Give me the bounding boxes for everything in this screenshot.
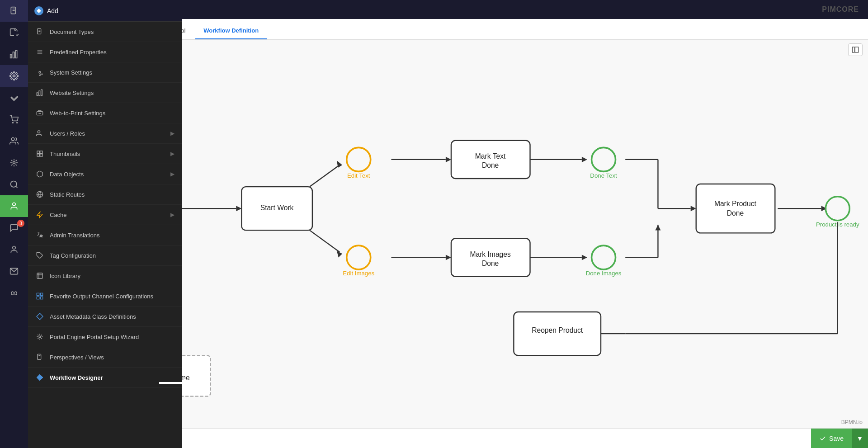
sidebar-icon-analytics[interactable] xyxy=(0,43,28,65)
svg-marker-94 xyxy=(37,374,43,381)
menu-label-document-types: Document Types xyxy=(50,28,94,35)
portal-engine-icon xyxy=(35,332,44,341)
menu-item-system-settings[interactable]: System Settings xyxy=(28,62,182,83)
sidebar-icon-search[interactable] xyxy=(0,174,28,195)
svg-line-34 xyxy=(310,230,340,252)
menu-item-favorite-output[interactable]: Favorite Output Channel Configurations xyxy=(28,286,182,307)
svg-rect-85 xyxy=(37,273,42,278)
collapse-button[interactable] xyxy=(848,43,863,56)
mark-text-done-label1: Mark Text xyxy=(475,152,506,160)
svg-point-9 xyxy=(11,138,14,141)
menu-label-thumbnails: Thumbnails xyxy=(50,151,80,157)
svg-line-12 xyxy=(16,186,18,188)
svg-marker-39 xyxy=(582,157,587,162)
svg-point-70 xyxy=(39,71,41,73)
save-dropdown-button[interactable]: ▼ xyxy=(852,429,868,448)
perspectives-icon xyxy=(35,353,44,362)
svg-marker-45 xyxy=(446,255,451,260)
sidebar-icon-asset[interactable] xyxy=(0,22,28,43)
sidebar-icon-profile[interactable] xyxy=(0,195,28,217)
svg-rect-89 xyxy=(40,297,42,299)
svg-rect-73 xyxy=(41,90,42,95)
sidebar-icon-person2[interactable] xyxy=(0,239,28,260)
save-label: Save xyxy=(829,435,844,442)
sidebar-icon-messages[interactable] xyxy=(0,260,28,282)
website-settings-icon xyxy=(35,88,44,97)
menu-item-thumbnails[interactable]: Thumbnails ▶ xyxy=(28,144,182,164)
sidebar-icon-users[interactable] xyxy=(0,130,28,152)
thumbnails-arrow: ▶ xyxy=(170,151,175,157)
svg-point-91 xyxy=(39,336,41,338)
save-button[interactable]: Save xyxy=(811,429,852,448)
menu-item-cache[interactable]: Cache ▶ xyxy=(28,205,182,225)
svg-rect-5 xyxy=(15,51,17,58)
mark-product-done-node[interactable] xyxy=(696,184,775,233)
menu-item-web-to-print[interactable]: Web-to-Print Settings xyxy=(28,103,182,123)
menu-item-asset-metadata[interactable]: Asset Metadata Class Definitions xyxy=(28,307,182,327)
sidebar-icon-chat[interactable] xyxy=(0,217,28,239)
menu-item-static-routes[interactable]: Static Routes xyxy=(28,184,182,205)
document-types-icon xyxy=(35,27,44,36)
edit-text-node[interactable] xyxy=(347,147,371,171)
cache-arrow: ▶ xyxy=(170,212,175,218)
svg-point-13 xyxy=(13,203,16,206)
menu-label-tag-configuration: Tag Configuration xyxy=(50,252,96,259)
sidebar-icon-marketing[interactable] xyxy=(0,87,28,108)
svg-rect-92 xyxy=(38,354,41,359)
sidebar-icon-ecommerce[interactable] xyxy=(0,108,28,130)
svg-rect-86 xyxy=(37,293,39,295)
users-roles-icon xyxy=(35,129,44,138)
pimcore-logo: PIMCORE xyxy=(822,5,859,14)
menu-item-portal-engine[interactable]: Portal Engine Portal Setup Wizard xyxy=(28,327,182,347)
predefined-properties-icon xyxy=(35,47,44,57)
edit-images-node[interactable] xyxy=(347,245,371,269)
done-text-label: Done Text xyxy=(590,172,617,179)
menu-item-website-settings[interactable]: Website Settings xyxy=(28,83,182,103)
menu-item-admin-translations[interactable]: Admin Translations xyxy=(28,225,182,245)
sidebar-icon-settings[interactable] xyxy=(0,65,28,87)
tag-configuration-icon xyxy=(35,251,44,260)
svg-marker-50 xyxy=(655,225,660,230)
menu-item-predefined-properties[interactable]: Predefined Properties xyxy=(28,42,182,62)
done-text-node[interactable] xyxy=(592,147,616,171)
product-is-ready-node[interactable] xyxy=(826,197,849,221)
menu-item-workflow-designer[interactable]: Workflow Designer xyxy=(28,368,182,388)
dropdown-header-text: Add xyxy=(47,7,58,14)
mark-product-done-label2: Done xyxy=(727,209,744,217)
menu-item-document-types[interactable]: Document Types xyxy=(28,22,182,42)
svg-point-11 xyxy=(11,181,17,187)
menu-item-users-roles[interactable]: Users / Roles ▶ xyxy=(28,123,182,144)
sidebar-icon-workflow[interactable] xyxy=(0,152,28,174)
svg-point-7 xyxy=(13,123,14,123)
svg-rect-71 xyxy=(37,93,38,96)
menu-item-perspectives[interactable]: Perspectives / Views xyxy=(28,347,182,368)
mark-images-done-label2: Done xyxy=(482,259,499,267)
svg-rect-87 xyxy=(40,293,42,295)
menu-label-web-to-print: Web-to-Print Settings xyxy=(50,110,105,117)
svg-point-10 xyxy=(13,162,15,164)
menu-label-icon-library: Icon Library xyxy=(50,273,80,279)
svg-marker-37 xyxy=(446,157,451,162)
mark-text-done-label2: Done xyxy=(482,161,499,169)
menu-item-icon-library[interactable]: Icon Library xyxy=(28,266,182,286)
subtab-workflow-definition[interactable]: Workflow Definition xyxy=(195,23,267,39)
done-images-label: Done Images xyxy=(586,270,622,277)
svg-marker-31 xyxy=(236,206,241,211)
system-settings-icon xyxy=(35,68,44,77)
sidebar-icon-document[interactable] xyxy=(0,0,28,22)
menu-label-system-settings: System Settings xyxy=(50,69,92,76)
menu-label-portal-engine: Portal Engine Portal Setup Wizard xyxy=(50,334,139,340)
done-images-node[interactable] xyxy=(592,245,616,269)
edit-images-label: Edit Images xyxy=(343,270,374,277)
dropdown-menu: Add Document Types Predefined Properties… xyxy=(28,0,182,448)
svg-rect-80 xyxy=(40,154,42,156)
svg-marker-43 xyxy=(691,206,696,211)
menu-label-data-objects: Data Objects xyxy=(50,171,84,178)
svg-rect-72 xyxy=(39,91,40,96)
cache-icon xyxy=(35,210,44,219)
menu-item-tag-configuration[interactable]: Tag Configuration xyxy=(28,245,182,266)
menu-label-favorite-output: Favorite Output Channel Configurations xyxy=(50,293,153,300)
menu-item-data-objects[interactable]: Data Objects ▶ xyxy=(28,164,182,184)
sidebar-icon-infinity[interactable]: ∞ xyxy=(0,282,28,304)
svg-rect-57 xyxy=(852,47,854,52)
